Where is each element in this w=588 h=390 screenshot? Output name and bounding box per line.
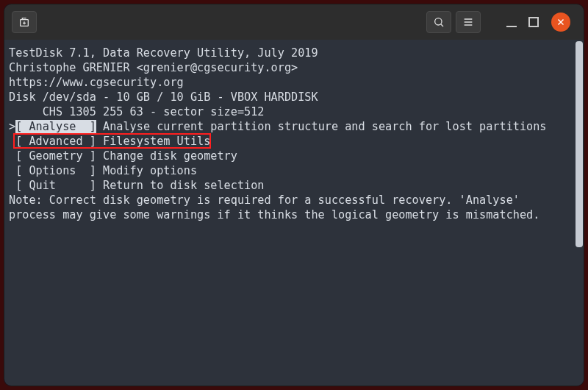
terminal-window: TestDisk 7.1, Data Recovery Utility, Jul… <box>4 4 584 386</box>
terminal-line: TestDisk 7.1, Data Recovery Utility, Jul… <box>9 46 570 60</box>
menu-desc: Modify options <box>96 164 197 177</box>
menu-desc: Return to disk selection <box>96 179 265 192</box>
scrollbar[interactable] <box>575 40 584 386</box>
menu-label: [ Analyse ] <box>15 120 96 133</box>
minimize-icon <box>503 13 520 31</box>
scrollbar-thumb[interactable] <box>576 41 583 247</box>
terminal-content[interactable]: TestDisk 7.1, Data Recovery Utility, Jul… <box>4 40 575 386</box>
terminal-line: CHS 1305 255 63 - sector size=512 <box>9 104 570 119</box>
titlebar <box>4 4 584 40</box>
newtab-icon <box>18 16 30 28</box>
terminal-line: https://www.cgsecurity.org <box>9 75 570 90</box>
menu-desc: Filesystem Utils <box>96 135 210 148</box>
new-tab-button[interactable] <box>12 11 37 33</box>
search-button[interactable] <box>426 11 451 33</box>
terminal-line: Christophe GRENIER <grenier@cgsecurity.o… <box>9 60 570 75</box>
svg-point-1 <box>435 18 442 25</box>
menu-item[interactable]: [ Geometry ] Change disk geometry <box>9 149 570 163</box>
hamburger-menu-button[interactable] <box>456 11 481 33</box>
menu-label: [ Quit ] <box>15 179 96 192</box>
svg-rect-2 <box>529 18 538 26</box>
menu-icon <box>462 16 474 28</box>
maximize-button[interactable] <box>525 13 542 31</box>
maximize-icon <box>525 13 542 31</box>
search-icon <box>433 16 445 28</box>
menu-label: [ Advanced ] <box>15 135 96 148</box>
menu-item[interactable]: >[ Analyse ] Analyse current partition s… <box>9 119 570 134</box>
terminal-line: Disk /dev/sda - 10 GB / 10 GiB - VBOX HA… <box>9 90 570 104</box>
close-button[interactable] <box>551 13 570 32</box>
terminal-line: process may give some warnings if it thi… <box>9 208 570 222</box>
menu-label: [ Geometry ] <box>15 149 96 163</box>
menu-item[interactable]: [ Options ] Modify options <box>9 163 570 178</box>
menu-item[interactable]: [ Quit ] Return to disk selection <box>9 178 570 193</box>
terminal-body: TestDisk 7.1, Data Recovery Utility, Jul… <box>4 40 584 386</box>
menu-desc: Analyse current partition structure and … <box>96 120 547 133</box>
close-icon <box>556 17 566 27</box>
minimize-button[interactable] <box>503 13 520 31</box>
menu-item[interactable]: [ Advanced ] Filesystem Utils <box>9 134 570 149</box>
menu-label: [ Options ] <box>15 164 96 177</box>
terminal-line: Note: Correct disk geometry is required … <box>9 193 570 208</box>
menu-desc: Change disk geometry <box>96 149 237 163</box>
